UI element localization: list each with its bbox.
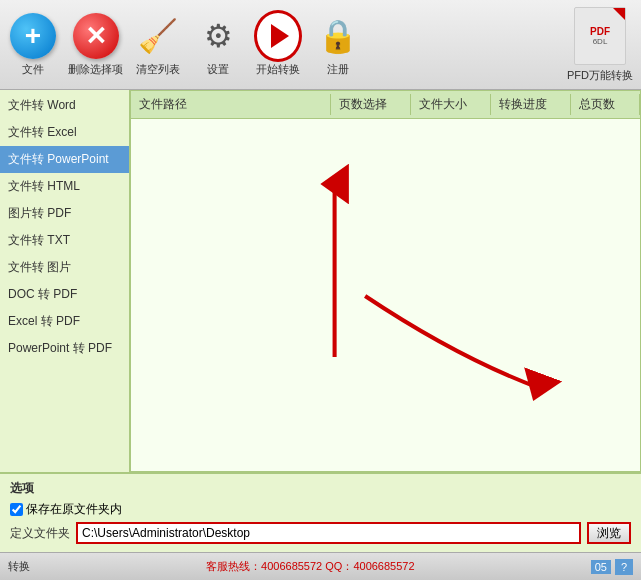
status-hotline: 客服热线：4006685572 QQ：4006685572 (206, 559, 415, 574)
start-icon (254, 10, 302, 62)
delete-label: 删除选择项 (68, 62, 123, 77)
statusbar: 转换 客服热线：4006685572 QQ：4006685572 05 ? (0, 552, 641, 580)
add-file-button[interactable]: + 文件 (8, 12, 58, 77)
th-filepath: 文件路径 (131, 94, 331, 115)
annotation-arrow (131, 119, 640, 472)
gear-icon: ⚙ (195, 13, 241, 59)
th-size: 文件大小 (411, 94, 491, 115)
start-label: 开始转换 (256, 62, 300, 77)
toolbar: + 文件 ✕ 删除选择项 🧹 清空列表 ⚙ 设置 开始转换 🔒 注册 (0, 0, 641, 90)
options-title: 选项 (10, 480, 631, 497)
sidebar-item-word[interactable]: 文件转 Word (0, 92, 129, 119)
broom-icon: 🧹 (135, 13, 181, 59)
pdf-logo: PDF 6DL PFD万能转换 (567, 6, 633, 83)
sidebar-item-img2pdf[interactable]: 图片转 PDF (0, 200, 129, 227)
sidebar-item-excel2pdf[interactable]: Excel 转 PDF (0, 308, 129, 335)
status-page-num: 05 (591, 560, 611, 574)
save-option-row: 保存在原文件夹内 (10, 501, 631, 518)
path-input[interactable] (76, 522, 581, 544)
sidebar-item-img[interactable]: 文件转 图片 (0, 254, 129, 281)
settings-label: 设置 (207, 62, 229, 77)
pdf-logo-label: PFD万能转换 (567, 68, 633, 83)
sidebar-item-excel[interactable]: 文件转 Excel (0, 119, 129, 146)
sidebar: 文件转 Word 文件转 Excel 文件转 PowerPoint 文件转 HT… (0, 90, 130, 472)
th-total: 总页数 (571, 94, 640, 115)
register-label: 注册 (327, 62, 349, 77)
settings-button[interactable]: ⚙ 设置 (193, 12, 243, 77)
browse-button[interactable]: 浏览 (587, 522, 631, 544)
path-label: 定义文件夹 (10, 525, 70, 542)
sidebar-item-html[interactable]: 文件转 HTML (0, 173, 129, 200)
pdf-logo-icon: PDF 6DL (572, 6, 628, 66)
sidebar-item-txt[interactable]: 文件转 TXT (0, 227, 129, 254)
status-right: 05 ? (591, 559, 633, 575)
sidebar-item-powerpoint[interactable]: 文件转 PowerPoint (0, 146, 129, 173)
save-original-option[interactable]: 保存在原文件夹内 (10, 501, 122, 518)
clear-button[interactable]: 🧹 清空列表 (133, 12, 183, 77)
bottom-options: 选项 保存在原文件夹内 定义文件夹 浏览 (0, 472, 641, 552)
sidebar-item-ppt2pdf[interactable]: PowerPoint 转 PDF (0, 335, 129, 362)
help-button[interactable]: ? (615, 559, 633, 575)
delete-icon: ✕ (73, 13, 119, 59)
main-content: 文件转 Word 文件转 Excel 文件转 PowerPoint 文件转 HT… (0, 90, 641, 472)
lock-icon: 🔒 (315, 13, 361, 59)
add-icon: + (10, 13, 56, 59)
file-table: 文件路径 页数选择 文件大小 转换进度 总页数 (130, 90, 641, 472)
status-convert-label: 转换 (8, 559, 30, 574)
add-file-label: 文件 (22, 62, 44, 77)
clear-label: 清空列表 (136, 62, 180, 77)
delete-button[interactable]: ✕ 删除选择项 (68, 12, 123, 77)
th-progress: 转换进度 (491, 94, 571, 115)
save-original-checkbox[interactable] (10, 503, 23, 516)
register-button[interactable]: 🔒 注册 (313, 12, 363, 77)
sidebar-item-doc2pdf[interactable]: DOC 转 PDF (0, 281, 129, 308)
start-convert-button[interactable]: 开始转换 (253, 12, 303, 77)
th-page: 页数选择 (331, 94, 411, 115)
table-header: 文件路径 页数选择 文件大小 转换进度 总页数 (131, 91, 640, 119)
path-row: 定义文件夹 浏览 (10, 522, 631, 544)
table-body (131, 119, 640, 472)
